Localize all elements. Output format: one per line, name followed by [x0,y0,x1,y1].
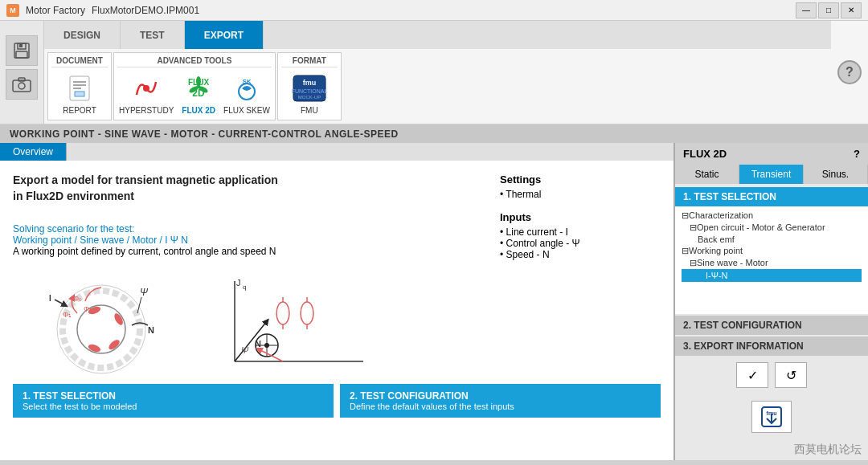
svg-text:FUNCTIONAL: FUNCTIONAL [291,88,327,94]
breadcrumb: WORKING POINT - SINE WAVE - MOTOR - CURR… [0,125,868,143]
svg-point-18 [197,85,201,89]
flux-tree: ⊟Characterization ⊟Open circuit - Motor … [675,206,868,314]
document-group-title: DOCUMENT [51,56,108,67]
minimize-button[interactable]: — [796,2,817,18]
svg-rect-4 [13,80,31,92]
test-config-section[interactable]: 2. TEST CONFIGURATION [675,316,868,335]
close-button[interactable]: ✕ [841,2,862,18]
input-control-angle: Control angle - Ψ [500,238,661,249]
fluxskew-button[interactable]: SK FLUX SKEW [222,71,272,116]
tree-working-point[interactable]: ⊟Working point [682,245,862,257]
flux-panel-title: FLUX 2D [683,148,727,160]
svg-line-36 [55,300,65,305]
camera-button[interactable] [6,69,38,100]
watermark-text: 西莫电机论坛 [794,443,862,457]
svg-text:Φ₁: Φ₁ [63,311,72,319]
transient-tab[interactable]: Transient [739,165,804,184]
svg-point-51 [301,302,313,324]
report-button[interactable]: REPORT [61,71,98,116]
left-sidebar [0,21,44,124]
flux-export-btn-area: fmu [675,394,868,439]
test-selection-panel: 1. TEST SELECTION Select the test to be … [13,384,334,418]
tree-open-circuit[interactable]: ⊟Open circuit - Motor & Generator [682,222,862,234]
flux-actions: ✓ ↺ [675,356,868,394]
export-title: Export a model for transient magnetic ap… [13,173,468,186]
flux-tabs: Static Transient Sinus. [675,165,868,184]
svg-point-15 [196,76,201,86]
svg-text:MOCK-UP: MOCK-UP [298,95,321,100]
svg-point-48 [276,302,289,324]
hyperstudy-label: HYPERSTUDY [119,106,174,115]
content-panel: Overview Export a model for transient ma… [0,143,675,460]
svg-text:J: J [236,278,241,288]
diagram-area: Φ₀ Φ₁ Φ₂ I Ψ N [13,273,661,377]
window-controls[interactable]: — □ ✕ [796,2,862,18]
iq-diagram: J q [203,273,379,377]
flux-help-icon[interactable]: ? [854,148,860,160]
svg-rect-2 [16,51,27,58]
title-bar: M Motor Factory FluxMotorDEMO.IPM001 — □… [0,0,868,21]
tree-characterization[interactable]: ⊟Characterization [682,210,862,222]
content-tab-bar: Overview [0,143,674,161]
tree-back-emf[interactable]: Back emf [682,234,862,245]
flux-header: FLUX 2D ? [675,143,868,165]
file-name: FluxMotorDEMO.IPM001 [92,5,199,16]
scenario-desc: A working point defined by current, cont… [13,246,468,257]
svg-rect-11 [75,92,84,96]
svg-rect-6 [18,78,25,81]
tree-sine-wave[interactable]: ⊟Sine wave - Motor [682,257,862,269]
test-selection-title: 1. TEST SELECTION [23,390,324,402]
format-group-title: FORMAT [281,56,338,67]
main-area: Overview Export a model for transient ma… [0,143,868,460]
svg-text:Ψ: Ψ [140,287,149,298]
app-name: Motor Factory [26,5,85,16]
test-selection-section: 1. TEST SELECTION [675,187,868,206]
test-config-title: 2. TEST CONFIGURATION [350,390,651,402]
svg-point-12 [143,85,149,92]
test-config-panel: 2. TEST CONFIGURATION Define the default… [340,384,661,418]
scenario-label: Solving scenario for the test: [13,223,468,235]
flux-panel: FLUX 2D ? Static Transient Sinus. 1. TES… [675,143,868,460]
settings-thermal: Thermal [500,189,661,200]
tree-i-psi-n[interactable]: I-Ψ-N [682,269,862,282]
confirm-button[interactable]: ✓ [736,362,768,388]
svg-text:N: N [255,339,261,349]
nav-tabs: DESIGN TEST EXPORT [44,21,831,49]
export-to-flux-button[interactable]: fmu [751,401,792,433]
hyperstudy-button[interactable]: HYPERSTUDY [117,71,175,116]
ribbon: DESIGN TEST EXPORT DOCUMENT [0,21,868,125]
flux2d-label: FLUX 2D [182,106,215,115]
static-tab[interactable]: Static [675,165,739,184]
app-icon: M [6,4,19,17]
fluxskew-label: FLUX SKEW [223,106,270,115]
save-button[interactable] [6,35,38,66]
scenario-line1: Working point / Sine wave / Motor / I Ψ … [13,235,468,246]
export-subtitle: in Flux2D environment [13,190,468,202]
tab-design[interactable]: DESIGN [44,21,121,49]
sinus-tab[interactable]: Sinus. [804,165,868,184]
svg-text:Φ₀: Φ₀ [73,295,82,303]
svg-text:N: N [148,325,154,335]
flux2d-button[interactable]: FLUX 2D FLUX 2D [180,71,217,116]
content-body: Export a model for transient magnetic ap… [0,161,674,460]
fmu-button[interactable]: fmu FUNCTIONAL MOCK-UP FMU [292,71,327,116]
tab-export[interactable]: EXPORT [185,21,264,49]
overview-tab[interactable]: Overview [0,143,67,161]
watermark-area: 西莫电机论坛 [675,439,868,460]
test-config-desc: Define the default values of the test in… [350,402,651,411]
svg-text:Ψ: Ψ [241,345,249,355]
input-line-current: Line current - I [500,226,661,238]
report-label: REPORT [63,106,96,115]
motor-diagram: Φ₀ Φ₁ Φ₂ I Ψ N [13,273,190,377]
svg-text:q: q [243,283,246,291]
svg-text:Φ₂: Φ₂ [84,305,92,313]
tab-test[interactable]: TEST [121,21,185,49]
maximize-button[interactable]: □ [818,2,839,18]
help-button[interactable]: ? [837,60,862,84]
inputs-label: Inputs [500,211,661,223]
reset-button[interactable]: ↺ [775,362,807,388]
fmu-label: FMU [301,106,318,115]
settings-label: Settings [500,173,661,186]
export-info-section[interactable]: 3. EXPORT INFORMATION [675,337,868,356]
test-selection-desc: Select the test to be modeled [23,402,324,411]
